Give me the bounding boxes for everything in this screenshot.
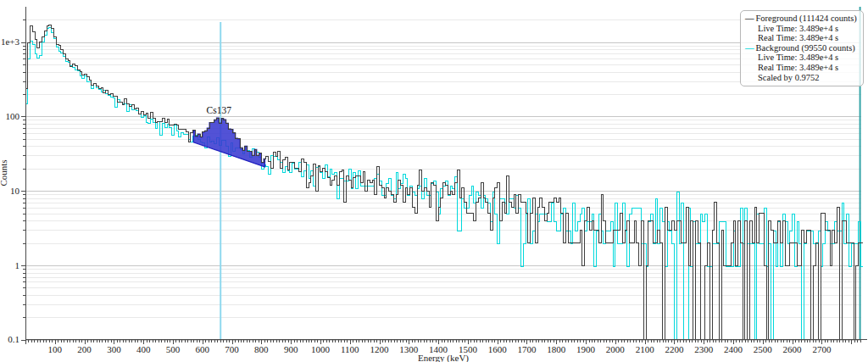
x-tick-label: 1600 (488, 344, 508, 354)
x-axis-title: Energy (keV) (418, 353, 469, 362)
y-tick-label: 1e+3 (1, 36, 20, 47)
x-tick-label: 1000 (311, 344, 331, 354)
x-tick-label: 1900 (576, 344, 596, 354)
x-tick-label: 100 (48, 344, 63, 354)
background-real-time: Real Time: 3.489e+4 s (745, 63, 857, 73)
x-tick-label: 900 (284, 344, 298, 354)
legend-box[interactable]: — Foreground (111424 counts) Live Time: … (740, 10, 864, 86)
cs137-peak-roi-fill[interactable] (193, 118, 264, 167)
spectrum-chart-plot-area[interactable]: 0.11101001e+3100200300400500600700800900… (0, 0, 868, 362)
cs137-peak-label[interactable]: Cs137 (207, 105, 232, 115)
y-axis-title: Counts (0, 159, 8, 186)
foreground-line-swatch: — (745, 14, 754, 24)
x-tick-label: 1100 (341, 344, 359, 354)
x-tick-label: 800 (254, 344, 269, 354)
x-tick-label: 2400 (724, 344, 743, 354)
x-tick-label: 1800 (547, 344, 566, 354)
foreground-real-time: Real Time: 3.489e+4 s (745, 33, 857, 43)
x-tick-label: 2100 (636, 344, 655, 354)
background-live-time: Live Time: 3.489e+4 s (745, 53, 857, 63)
x-tick-label: 1300 (399, 344, 419, 354)
foreground-live-time: Live Time: 3.489e+4 s (745, 24, 857, 34)
y-tick-label: 0.1 (8, 334, 19, 344)
x-tick-label: 1700 (517, 344, 537, 354)
x-tick-label: 2000 (606, 344, 626, 354)
x-tick-label: 2200 (665, 344, 684, 354)
foreground-label: Foreground (111424 counts) (756, 14, 857, 24)
y-tick-label: 1 (15, 260, 20, 270)
y-tick-label: 10 (10, 186, 20, 196)
x-tick-label: 600 (196, 344, 210, 354)
x-tick-label: 400 (136, 344, 151, 354)
x-tick-label: 200 (77, 344, 92, 354)
legend-foreground-row: — Foreground (111424 counts) (745, 14, 857, 24)
background-spectrum-line (25, 27, 863, 339)
background-label: Background (99550 counts) (756, 43, 855, 53)
legend-background-row: — Background (99550 counts) (745, 43, 857, 53)
spectrum-viewer-window: 0.11101001e+3100200300400500600700800900… (0, 0, 868, 362)
x-tick-label: 1200 (370, 344, 390, 354)
x-tick-label: 2700 (812, 344, 832, 354)
background-line-swatch: — (745, 43, 754, 53)
x-tick-label: 700 (225, 344, 239, 354)
gridlines (25, 20, 861, 341)
x-tick-label: 500 (166, 344, 181, 354)
y-tick-label: 100 (6, 111, 20, 121)
x-tick-label: 2500 (754, 344, 773, 354)
background-scaled-by: Scaled by 0.9752 (745, 73, 857, 83)
x-tick-label: 2600 (783, 344, 803, 354)
annotations: Cs137 (207, 105, 232, 115)
x-tick-label: 300 (107, 344, 121, 354)
x-tick-label: 2300 (694, 344, 714, 354)
